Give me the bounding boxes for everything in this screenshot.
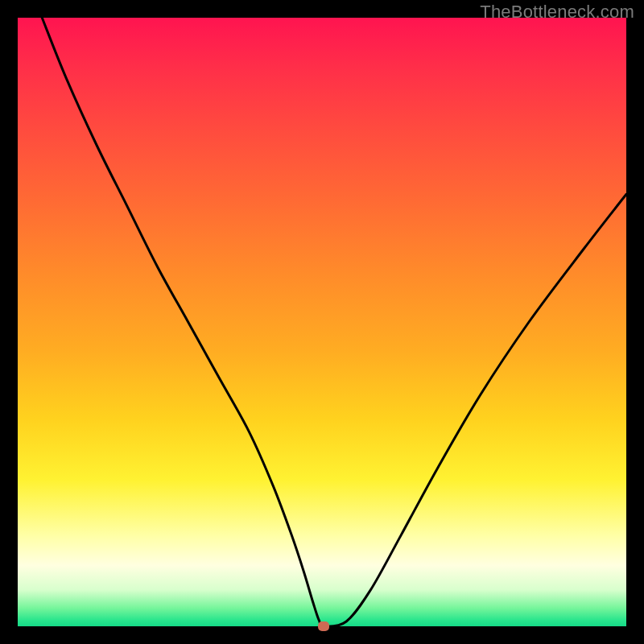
- bottleneck-curve: [18, 18, 626, 626]
- plot-area: [18, 18, 626, 626]
- chart-frame: TheBottleneck.com: [0, 0, 644, 644]
- optimum-marker: [318, 621, 329, 631]
